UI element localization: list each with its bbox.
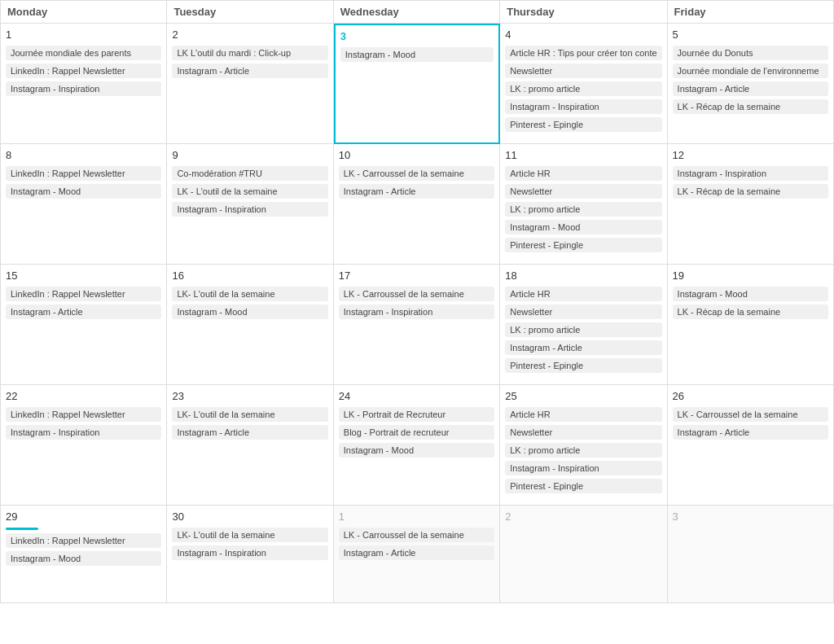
day-cell: 11Article HRNewsletterLK : promo article… (500, 144, 667, 265)
event-item[interactable]: Instagram - Inspiration (673, 166, 828, 181)
event-item[interactable]: Instagram - Mood (340, 47, 494, 62)
event-item[interactable]: Journée mondiale de l'environneme (673, 64, 828, 78)
day-number: 8 (6, 149, 161, 161)
day-cell: 4Article HR : Tips pour créer ton conteN… (500, 24, 667, 144)
day-cell: 22LinkedIn : Rappel NewsletterInstagram … (1, 385, 167, 506)
day-cell: 17LK - Carroussel de la semaineInstagram… (334, 265, 500, 385)
event-item[interactable]: Newsletter (505, 425, 661, 440)
event-item[interactable]: Instagram - Inspiration (6, 425, 161, 440)
day-cell: 30LK- L'outil de la semaineInstagram - I… (167, 506, 333, 603)
event-item[interactable]: Instagram - Article (339, 184, 494, 199)
event-item[interactable]: LK : promo article (505, 202, 661, 217)
event-item[interactable]: LinkedIn : Rappel Newsletter (6, 407, 161, 422)
day-number: 25 (505, 390, 661, 402)
event-item[interactable]: Instagram - Article (673, 81, 828, 96)
event-item[interactable]: Instagram - Inspiration (172, 545, 327, 560)
event-item[interactable]: Pinterest - Epingle (505, 479, 661, 493)
event-item[interactable]: Article HR (505, 166, 661, 181)
day-number: 15 (6, 269, 161, 282)
day-cell: 24LK - Portrait de RecruteurBlog - Portr… (334, 385, 500, 506)
day-number: 30 (172, 510, 327, 523)
event-item[interactable]: Newsletter (505, 184, 661, 199)
event-item[interactable]: LK - Carroussel de la semaine (339, 528, 494, 542)
day-cell: 12Instagram - InspirationLK - Récap de l… (668, 144, 834, 265)
event-item[interactable]: Instagram - Inspiration (505, 461, 661, 475)
event-item[interactable]: Pinterest - Epingle (505, 358, 661, 373)
event-item[interactable]: Instagram - Mood (505, 220, 661, 234)
day-cell: 16LK- L'outil de la semaineInstagram - M… (167, 265, 333, 385)
day-cell: 5Journée du DonutsJournée mondiale de l'… (668, 24, 834, 144)
day-number: 2 (505, 510, 661, 523)
day-number: 3 (673, 510, 828, 523)
column-header-tuesday: Tuesday (167, 1, 333, 24)
event-item[interactable]: Instagram - Mood (673, 287, 828, 301)
column-header-wednesday: Wednesday (334, 1, 500, 24)
event-item[interactable]: LK - Carroussel de la semaine (339, 287, 494, 301)
event-item[interactable]: LK- L'outil de la semaine (172, 528, 327, 542)
day-number: 19 (673, 269, 828, 282)
underline-decoration (6, 528, 38, 530)
event-item[interactable]: Instagram - Inspiration (6, 81, 161, 96)
event-item[interactable]: Article HR : Tips pour créer ton conte (505, 46, 661, 60)
event-item[interactable]: LK : promo article (505, 322, 661, 337)
event-item[interactable]: Blog - Portrait de recruteur (339, 425, 494, 440)
event-item[interactable]: LK - Récap de la semaine (673, 184, 828, 199)
event-item[interactable]: LinkedIn : Rappel Newsletter (6, 64, 161, 78)
day-cell: 29LinkedIn : Rappel NewsletterInstagram … (1, 506, 167, 603)
day-number: 2 (172, 28, 327, 41)
column-header-monday: Monday (1, 1, 167, 24)
event-item[interactable]: LK - Carroussel de la semaine (673, 407, 828, 422)
event-item[interactable]: LK - Récap de la semaine (673, 99, 828, 114)
event-item[interactable]: Newsletter (505, 64, 661, 78)
event-item[interactable]: Newsletter (505, 304, 661, 319)
event-item[interactable]: LK- L'outil de la semaine (172, 287, 327, 301)
day-cell: 1Journée mondiale des parentsLinkedIn : … (1, 24, 167, 144)
day-number: 4 (505, 28, 661, 41)
event-item[interactable]: LK - L'outil de la semaine (172, 184, 327, 199)
day-number: 24 (339, 390, 494, 402)
event-item[interactable]: Co-modération #TRU (172, 166, 327, 181)
event-item[interactable]: LK - Récap de la semaine (673, 304, 828, 319)
event-item[interactable]: LK L'outil du mardi : Click-up (172, 46, 327, 60)
event-item[interactable]: Instagram - Article (172, 64, 327, 78)
event-item[interactable]: Pinterest - Epingle (505, 117, 661, 132)
day-cell: 26LK - Carroussel de la semaineInstagram… (668, 385, 834, 506)
event-item[interactable]: Instagram - Inspiration (172, 202, 327, 217)
event-item[interactable]: Pinterest - Epingle (505, 238, 661, 252)
event-item[interactable]: LK- L'outil de la semaine (172, 407, 327, 422)
day-cell: 15LinkedIn : Rappel NewsletterInstagram … (1, 265, 167, 385)
event-item[interactable]: Article HR (505, 287, 661, 301)
event-item[interactable]: Journée du Donuts (673, 46, 828, 60)
event-item[interactable]: Instagram - Inspiration (505, 99, 661, 114)
event-item[interactable]: Article HR (505, 407, 661, 422)
event-item[interactable]: Instagram - Inspiration (339, 304, 494, 319)
day-cell: 25Article HRNewsletterLK : promo article… (500, 385, 667, 506)
event-item[interactable]: Instagram - Article (172, 425, 327, 440)
event-item[interactable]: Instagram - Article (505, 340, 661, 355)
event-item[interactable]: LK - Carroussel de la semaine (339, 166, 494, 181)
event-item[interactable]: LK : promo article (505, 81, 661, 96)
event-item[interactable]: Instagram - Article (673, 425, 828, 440)
day-number: 1 (339, 510, 494, 523)
event-item[interactable]: Instagram - Mood (6, 551, 161, 566)
event-item[interactable]: Instagram - Article (339, 545, 494, 560)
event-item[interactable]: Journée mondiale des parents (6, 46, 161, 60)
day-cell: 19Instagram - MoodLK - Récap de la semai… (668, 265, 834, 385)
day-cell: 23LK- L'outil de la semaineInstagram - A… (167, 385, 333, 506)
day-cell: 9Co-modération #TRULK - L'outil de la se… (167, 144, 333, 265)
day-cell: 8LinkedIn : Rappel NewsletterInstagram -… (1, 144, 167, 265)
column-header-friday: Friday (668, 1, 834, 24)
event-item[interactable]: Instagram - Mood (339, 443, 494, 458)
event-item[interactable]: Instagram - Mood (172, 304, 327, 319)
event-item[interactable]: Instagram - Article (6, 304, 161, 319)
day-number: 9 (172, 149, 327, 161)
event-item[interactable]: LinkedIn : Rappel Newsletter (6, 533, 161, 548)
event-item[interactable]: LinkedIn : Rappel Newsletter (6, 287, 161, 301)
day-cell: 3 (668, 506, 834, 603)
event-item[interactable]: Instagram - Mood (6, 184, 161, 199)
event-item[interactable]: LinkedIn : Rappel Newsletter (6, 166, 161, 181)
event-item[interactable]: LK - Portrait de Recruteur (339, 407, 494, 422)
day-number: 11 (505, 149, 661, 161)
day-cell: 2LK L'outil du mardi : Click-upInstagram… (167, 24, 333, 144)
event-item[interactable]: LK : promo article (505, 443, 661, 458)
